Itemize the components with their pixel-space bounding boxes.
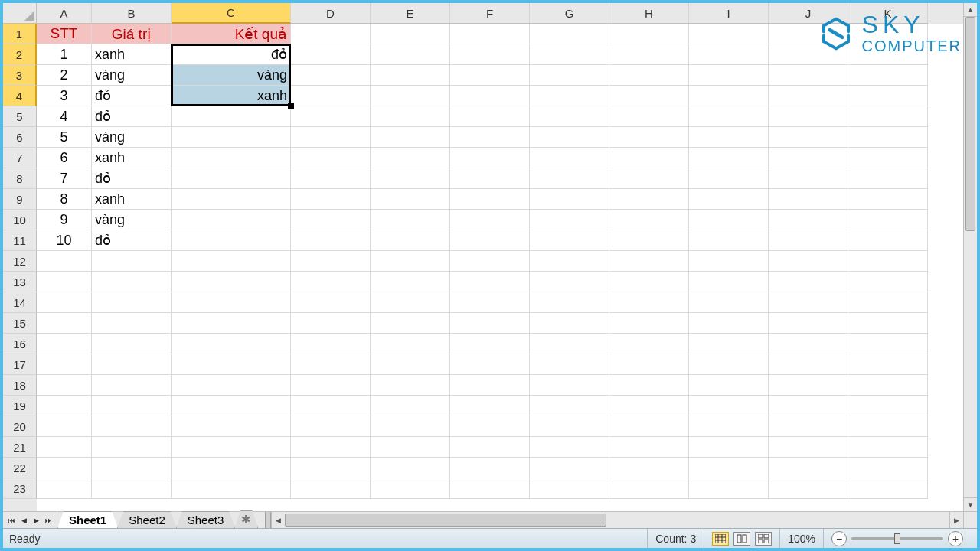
cell-D13[interactable] xyxy=(291,272,371,292)
cell-B15[interactable] xyxy=(92,313,172,334)
cell-G1[interactable] xyxy=(530,24,609,44)
cell-I1[interactable] xyxy=(689,24,769,44)
cell-H23[interactable] xyxy=(609,478,689,499)
cell-B5[interactable]: đỏ xyxy=(92,106,172,127)
cell-E8[interactable] xyxy=(371,168,450,189)
cell-I8[interactable] xyxy=(689,168,769,189)
cell-G6[interactable] xyxy=(530,127,609,148)
cell-G12[interactable] xyxy=(530,251,609,272)
cell-B17[interactable] xyxy=(92,354,172,375)
cell-J7[interactable] xyxy=(769,148,848,168)
cell-D11[interactable] xyxy=(291,230,371,251)
cell-C7[interactable] xyxy=(172,148,291,168)
cell-F20[interactable] xyxy=(450,416,530,437)
cell-H15[interactable] xyxy=(609,313,689,334)
sheet-tab-sheet1[interactable]: Sheet1 xyxy=(57,511,118,528)
cell-F3[interactable] xyxy=(450,65,530,86)
cell-G8[interactable] xyxy=(530,168,609,189)
cell-D20[interactable] xyxy=(291,416,371,437)
cell-A9[interactable]: 8 xyxy=(37,189,92,210)
row-header-16[interactable]: 16 xyxy=(3,334,37,354)
cell-C14[interactable] xyxy=(172,292,291,313)
row-header-6[interactable]: 6 xyxy=(3,127,37,148)
cell-A1[interactable]: STT xyxy=(37,24,92,44)
zoom-out-button[interactable]: − xyxy=(831,531,847,546)
col-header-D[interactable]: D xyxy=(291,3,371,24)
cell-C18[interactable] xyxy=(172,375,291,396)
row-header-13[interactable]: 13 xyxy=(3,272,37,292)
cell-K20[interactable] xyxy=(848,416,928,437)
cell-H21[interactable] xyxy=(609,437,689,458)
cell-K12[interactable] xyxy=(848,251,928,272)
vscroll-thumb[interactable] xyxy=(965,17,975,231)
cell-D2[interactable] xyxy=(291,44,371,65)
cell-I4[interactable] xyxy=(689,86,769,106)
cell-B22[interactable] xyxy=(92,458,172,478)
view-normal-button[interactable] xyxy=(712,532,729,546)
cell-I18[interactable] xyxy=(689,375,769,396)
cell-C23[interactable] xyxy=(172,478,291,499)
col-header-K[interactable]: K xyxy=(848,3,928,24)
row-header-8[interactable]: 8 xyxy=(3,168,37,189)
cell-F1[interactable] xyxy=(450,24,530,44)
cell-C2[interactable]: đỏ xyxy=(172,44,291,65)
cell-I9[interactable] xyxy=(689,189,769,210)
cell-E4[interactable] xyxy=(371,86,450,106)
row-header-18[interactable]: 18 xyxy=(3,375,37,396)
cell-A14[interactable] xyxy=(37,292,92,313)
cell-A19[interactable] xyxy=(37,396,92,416)
cell-J13[interactable] xyxy=(769,272,848,292)
cell-K4[interactable] xyxy=(848,86,928,106)
col-header-A[interactable]: A xyxy=(37,3,92,24)
cell-J11[interactable] xyxy=(769,230,848,251)
cell-A5[interactable]: 4 xyxy=(37,106,92,127)
sheet-tab-sheet3[interactable]: Sheet3 xyxy=(176,511,236,528)
cell-K15[interactable] xyxy=(848,313,928,334)
cell-C1[interactable]: Kết quả xyxy=(172,24,291,44)
cell-D14[interactable] xyxy=(291,292,371,313)
zoom-thumb[interactable] xyxy=(894,533,900,544)
cell-E15[interactable] xyxy=(371,313,450,334)
cell-G4[interactable] xyxy=(530,86,609,106)
cell-H1[interactable] xyxy=(609,24,689,44)
cell-E21[interactable] xyxy=(371,437,450,458)
cell-K22[interactable] xyxy=(848,458,928,478)
cell-D10[interactable] xyxy=(291,210,371,230)
scroll-down-button[interactable]: ▼ xyxy=(964,497,977,511)
cell-E14[interactable] xyxy=(371,292,450,313)
cell-A10[interactable]: 9 xyxy=(37,210,92,230)
row-header-15[interactable]: 15 xyxy=(3,313,37,334)
cell-J3[interactable] xyxy=(769,65,848,86)
cell-D8[interactable] xyxy=(291,168,371,189)
cell-I5[interactable] xyxy=(689,106,769,127)
row-header-4[interactable]: 4 xyxy=(3,86,37,106)
cell-F9[interactable] xyxy=(450,189,530,210)
row-header-7[interactable]: 7 xyxy=(3,148,37,168)
cell-F10[interactable] xyxy=(450,210,530,230)
cell-G13[interactable] xyxy=(530,272,609,292)
cell-K6[interactable] xyxy=(848,127,928,148)
cell-A22[interactable] xyxy=(37,458,92,478)
cell-I10[interactable] xyxy=(689,210,769,230)
cell-I16[interactable] xyxy=(689,334,769,354)
cell-J2[interactable] xyxy=(769,44,848,65)
cell-F23[interactable] xyxy=(450,478,530,499)
cell-K2[interactable] xyxy=(848,44,928,65)
horizontal-scrollbar[interactable]: ◀ ▶ xyxy=(265,512,977,528)
cell-K7[interactable] xyxy=(848,148,928,168)
cell-B13[interactable] xyxy=(92,272,172,292)
cell-E20[interactable] xyxy=(371,416,450,437)
cell-J6[interactable] xyxy=(769,127,848,148)
cell-B4[interactable]: đỏ xyxy=(92,86,172,106)
cell-K9[interactable] xyxy=(848,189,928,210)
cell-J9[interactable] xyxy=(769,189,848,210)
cell-D16[interactable] xyxy=(291,334,371,354)
view-page-break-button[interactable] xyxy=(755,532,772,546)
cell-D19[interactable] xyxy=(291,396,371,416)
col-header-B[interactable]: B xyxy=(92,3,172,24)
cell-D22[interactable] xyxy=(291,458,371,478)
cell-A21[interactable] xyxy=(37,437,92,458)
row-header-5[interactable]: 5 xyxy=(3,106,37,127)
cell-B9[interactable]: xanh xyxy=(92,189,172,210)
cell-E5[interactable] xyxy=(371,106,450,127)
